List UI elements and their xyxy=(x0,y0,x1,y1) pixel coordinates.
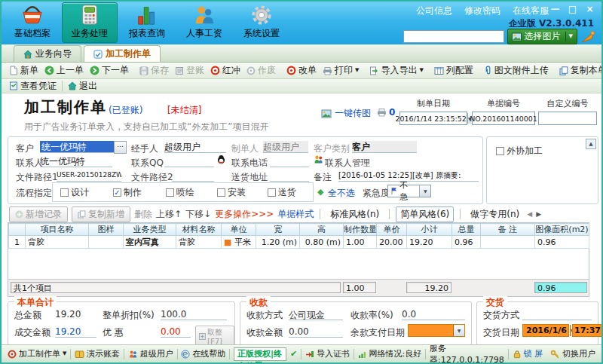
cell-qty[interactable]: 1.00 xyxy=(344,236,377,249)
checkbox-unchecked-icon[interactable] xyxy=(268,188,276,197)
checkbox-unchecked-icon[interactable] xyxy=(496,147,504,155)
discount-field[interactable]: 100.0 xyxy=(161,309,227,320)
flow-option-deliver[interactable]: 送货 xyxy=(268,186,296,199)
balance-date-combobox[interactable]: ▼ xyxy=(408,324,465,337)
lock-screen-item[interactable]: 锁 屏 xyxy=(513,348,543,359)
company-info-link[interactable]: 公司信息 xyxy=(416,5,452,17)
outsource-checkbox-item[interactable]: 外协加工 xyxy=(496,145,543,158)
flow-option-make[interactable]: ✓制作 xyxy=(113,186,142,199)
cell-item-name[interactable]: 背胶 xyxy=(26,236,89,249)
view-voucher-button[interactable]: 查看凭证 xyxy=(6,79,60,93)
col-pattern[interactable]: 图样 xyxy=(89,224,124,236)
chevron-down-icon[interactable]: ▼ xyxy=(419,185,430,197)
doc-date-combobox[interactable]: 2016/1/14 23:15:52▼ xyxy=(399,112,467,125)
checkbox-unchecked-icon[interactable] xyxy=(166,188,174,197)
nav-item-business[interactable]: 业务处理 xyxy=(62,2,118,43)
nav-item-hr-payroll[interactable]: 人事工资 xyxy=(176,2,232,43)
import-export-button[interactable]: 导入导出▼ xyxy=(366,63,426,78)
contact-field[interactable]: 统一优玛特 xyxy=(40,155,112,167)
delivery-date-combobox[interactable]: 2016/1/6▼ xyxy=(522,324,569,337)
contact-phone-field[interactable] xyxy=(270,155,309,167)
cell-business-type[interactable]: 室内写真 xyxy=(124,236,176,249)
cell-image-area[interactable]: 0.96 xyxy=(535,236,589,249)
style-text-tab[interactable]: 做字专用(n) xyxy=(467,207,523,222)
style-simple-tab[interactable]: 简单风格(6) xyxy=(396,206,454,222)
col-qty[interactable]: 制作数量 xyxy=(344,224,377,236)
prev-doc-button[interactable]: 上一单 xyxy=(41,63,87,78)
col-subtotal[interactable]: 小计 xyxy=(407,224,452,236)
payment-rate-field[interactable]: 0.0 xyxy=(402,309,465,320)
handler-field[interactable]: 超级用户 xyxy=(164,141,226,153)
doc-type-menu[interactable]: 加工制作单 ▼ xyxy=(8,348,66,359)
maximize-icon[interactable]: □ xyxy=(567,4,578,14)
col-height[interactable]: 高 xyxy=(300,224,344,236)
style-standard-tab[interactable]: 标准风格(n) xyxy=(326,207,383,222)
import-cert-item[interactable]: 导入证书 xyxy=(305,348,350,359)
cell-pattern[interactable] xyxy=(89,236,124,249)
delivery-time-stepper[interactable]: 17:37▲▼ xyxy=(572,324,602,337)
checkbox-unchecked-icon[interactable] xyxy=(217,188,225,197)
col-width[interactable]: 宽 xyxy=(256,224,300,236)
contacts-manage-link[interactable]: 联系人管理 xyxy=(325,157,370,170)
print-button[interactable]: 打印▼ xyxy=(320,63,362,78)
nav-item-base-archive[interactable]: 基础档案 xyxy=(5,2,60,43)
red-flush-button[interactable]: 红冲 xyxy=(207,63,243,78)
flow-option-install[interactable]: 安装 xyxy=(217,186,246,199)
cell-width[interactable]: 1.20 (m) xyxy=(256,236,300,249)
custom-no-input[interactable] xyxy=(538,112,597,125)
column-config-button[interactable]: 列配置 xyxy=(431,63,476,78)
delivery-method-field[interactable] xyxy=(522,309,592,320)
more-actions-link[interactable]: 更多操作>>> xyxy=(215,208,274,221)
register-account-button[interactable]: 登账 xyxy=(172,63,207,78)
page-right-icon[interactable]: ▶ xyxy=(536,210,541,218)
file-path2-field[interactable] xyxy=(172,170,214,182)
qq-penguin-icon[interactable] xyxy=(216,154,226,164)
copy-doc-button[interactable]: 复制本单 xyxy=(556,63,603,78)
switch-user-item[interactable]: 切换用户 xyxy=(550,348,595,359)
chevron-down-icon[interactable]: ▼ xyxy=(453,325,464,336)
change-password-link[interactable]: 修改密码 xyxy=(464,5,500,17)
cell-unit[interactable]: ■ 平米 xyxy=(222,236,256,249)
move-down-link[interactable]: 下移↓ xyxy=(185,208,211,221)
page-left-icon[interactable]: ◀ xyxy=(527,210,532,218)
image-search-input[interactable] xyxy=(403,30,504,43)
current-user-item[interactable]: 超级用户 xyxy=(128,348,173,359)
nav-item-reports[interactable]: 报表查询 xyxy=(119,2,175,43)
next-doc-button[interactable]: 下一单 xyxy=(87,63,132,78)
exit-button[interactable]: 退出 xyxy=(65,79,100,93)
add-record-button[interactable]: 新增记录 xyxy=(9,206,68,222)
col-unit[interactable]: 单位 xyxy=(222,224,256,236)
customer-combobox[interactable]: 统一优玛特 xyxy=(40,141,115,153)
new-doc-button[interactable]: 新单 xyxy=(6,63,41,78)
col-remark[interactable]: 备 注 xyxy=(481,224,535,236)
cell-material[interactable]: 背胶 xyxy=(176,236,222,249)
payment-amount-field[interactable]: 0.00 xyxy=(289,326,343,338)
one-key-upload-button[interactable]: 一键传图 xyxy=(321,107,371,120)
checkbox-unchecked-icon[interactable] xyxy=(60,188,69,197)
collapse-icon[interactable]: ▲ xyxy=(586,139,596,149)
cell-remark[interactable] xyxy=(481,236,535,249)
flow-option-design[interactable]: 设计 xyxy=(60,186,89,199)
file-path1-field[interactable]: USER-20150128ZW:C:\ xyxy=(57,170,121,182)
online-help-item[interactable]: 在线帮助 xyxy=(181,348,225,359)
delivery-address-field[interactable] xyxy=(270,170,309,182)
tab-processing-order[interactable]: 加工制作单 xyxy=(84,45,161,62)
col-material[interactable]: 材料名称 xyxy=(176,224,222,236)
flow-option-inkjet[interactable]: 喷绘 xyxy=(166,186,194,199)
nav-item-system-settings[interactable]: 系统设置 xyxy=(234,2,289,43)
col-unit-price[interactable]: 单价 xyxy=(377,224,407,236)
cell-height[interactable]: 0.80 (m) xyxy=(300,236,344,249)
doc-style-link[interactable]: 单据样式 xyxy=(277,208,314,221)
move-up-link[interactable]: 上移↑ xyxy=(156,208,182,221)
select-image-button[interactable]: 选择图片 ▼ xyxy=(507,29,577,44)
cell-unit-price[interactable]: 20.00 xyxy=(377,236,407,249)
cell-subtotal[interactable]: 19.20 xyxy=(407,236,452,249)
save-button[interactable]: 保存 xyxy=(136,63,172,78)
tab-business-wizard[interactable]: 业务向导 xyxy=(14,45,81,62)
copy-add-button[interactable]: 复制新增 xyxy=(72,206,130,222)
col-item-name[interactable]: 项目名称 xyxy=(26,224,89,236)
account-set-item[interactable]: 演示账套 xyxy=(75,348,120,359)
contact-qq-field[interactable] xyxy=(164,155,214,167)
checkbox-checked-icon[interactable]: ✓ xyxy=(113,188,121,197)
payment-method-field[interactable]: 公司现金 xyxy=(289,309,343,320)
